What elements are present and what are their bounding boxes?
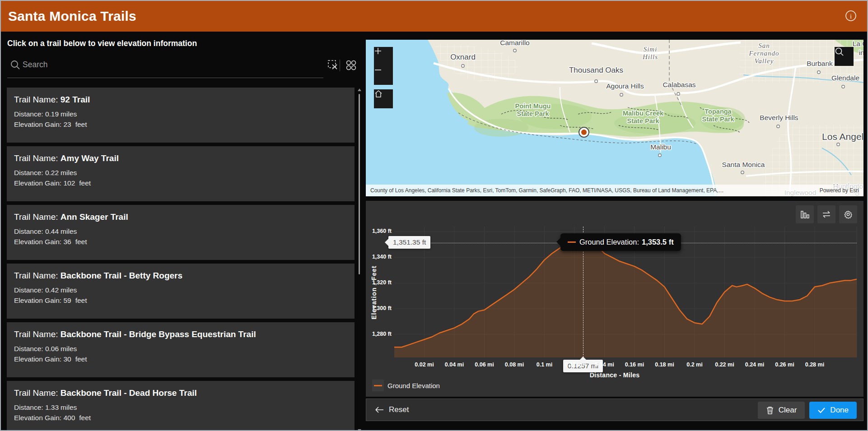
map-label: Calabasas <box>663 81 695 88</box>
map-view[interactable]: CamarilloOxnardThousand OaksSimiHillsAgo… <box>366 40 863 196</box>
trail-distance: Distance: 0.42miles <box>14 286 77 294</box>
map-label: TopangaState Park <box>702 108 735 123</box>
x-tick-label: 0.1 mi <box>537 361 552 368</box>
info-button[interactable]: i <box>841 6 861 26</box>
clear-button[interactable]: Clear <box>758 402 805 419</box>
x-tick-label: 0.14 mi <box>595 361 614 368</box>
map-search-button[interactable] <box>835 47 854 66</box>
trail-distance: Distance: 0.06miles <box>14 345 77 353</box>
home-button[interactable] <box>374 89 393 108</box>
elevation-profile-panel: Elevation - Feet Distance - Miles 1,351.… <box>366 201 863 397</box>
map-label: Burbank <box>807 60 833 67</box>
legend-dash-icon <box>374 385 382 386</box>
gain-value: 102 <box>63 179 75 187</box>
footer-actions: Clear Done <box>758 402 857 419</box>
map-marker <box>579 127 589 137</box>
trail-sidebar: Click on a trail below to view elevation… <box>1 32 365 431</box>
y-axis-title: Elevation - Feet <box>370 256 378 329</box>
gain-unit: feet <box>75 297 87 304</box>
gain-label: Elevation Gain: <box>14 355 61 363</box>
trail-distance: Distance: 0.19miles <box>14 110 77 118</box>
trail-card[interactable]: Trail Name: Amy Way TrailDistance: 0.22m… <box>7 146 355 201</box>
trash-icon <box>766 406 774 415</box>
scrollbar-thumb[interactable] <box>359 94 360 274</box>
trail-name: Backbone Trail - Dead Horse Trail <box>61 388 197 398</box>
gear-icon <box>843 209 853 219</box>
chart-type-button[interactable] <box>796 205 814 223</box>
distance-unit: miles <box>61 110 77 118</box>
city-dot <box>842 85 845 88</box>
distance-value: 0.06 <box>45 345 59 352</box>
reset-button[interactable]: Reset <box>374 405 409 414</box>
bar-chart-icon <box>800 209 810 219</box>
gain-value: 59 <box>63 297 71 304</box>
search-underline <box>7 78 323 78</box>
legend-swatch <box>372 380 384 391</box>
gain-unit: feet <box>75 120 87 128</box>
search-input[interactable] <box>23 56 316 73</box>
tooltip-value: 1,353.5 ft <box>642 238 674 246</box>
city-dot <box>777 125 779 128</box>
trail-elevation-gain: Elevation Gain: 23feet <box>14 120 87 129</box>
done-label: Done <box>830 406 849 415</box>
trail-name: Amy Way Trail <box>61 153 119 163</box>
trail-card[interactable]: Trail Name: 92 TrailDistance: 0.19milesE… <box>7 88 355 143</box>
zoom-in-button[interactable] <box>374 47 393 66</box>
distance-label: Distance: <box>14 110 43 118</box>
search-row <box>1 52 365 79</box>
trail-card[interactable]: Trail Name: Ann Skager TrailDistance: 0.… <box>7 205 355 260</box>
trail-title: Trail Name: Backbone Trail - Bridge Bypa… <box>14 329 256 339</box>
map-label: int <box>859 49 863 56</box>
city-dot <box>620 93 623 96</box>
city-dot <box>595 80 597 83</box>
search-icon <box>10 60 21 72</box>
elevation-area <box>394 240 857 357</box>
trail-name: 92 Trail <box>61 95 90 104</box>
gain-value: 30 <box>63 355 71 363</box>
home-icon <box>374 89 383 98</box>
distance-label: Distance: <box>14 169 43 176</box>
y-tick-label: 1,300 ft <box>368 305 392 311</box>
map-label: Glendale <box>831 74 859 82</box>
grid-view-button[interactable] <box>343 58 359 73</box>
minus-icon <box>374 66 382 74</box>
trail-card[interactable]: Trail Name: Backbone Trail - Dead Horse … <box>7 381 355 431</box>
city-dot <box>837 143 840 146</box>
scroll-down-arrow-icon[interactable] <box>358 429 361 431</box>
trail-distance: Distance: 0.22miles <box>14 169 77 177</box>
y-value-tooltip: 1,351.35 ft <box>388 236 430 249</box>
flip-axes-button[interactable] <box>817 205 835 223</box>
elevation-tooltip: Ground Elevation: 1,353.5 ft <box>560 233 681 251</box>
gain-label: Elevation Gain: <box>14 120 61 128</box>
map-attribution: County of Los Angeles, California State … <box>366 185 863 196</box>
trail-card[interactable]: Trail Name: Backbone Trail - Bridge Bypa… <box>7 322 355 377</box>
series-dash-icon <box>568 241 576 243</box>
city-dot <box>462 65 464 67</box>
gain-label: Elevation Gain: <box>14 297 61 304</box>
city-dot <box>658 154 661 157</box>
x-tick-label: 0.18 mi <box>655 361 674 368</box>
trail-distance: Distance: 1.33miles <box>14 403 77 412</box>
distance-value: 0.22 <box>45 169 59 176</box>
grid-icon <box>345 59 357 73</box>
trail-name: Ann Skager Trail <box>61 212 128 222</box>
sidebar-scrollbar[interactable] <box>357 88 362 431</box>
distance-unit: miles <box>61 227 77 235</box>
settings-button[interactable] <box>839 205 857 223</box>
map-label: Point MuguState Park <box>515 102 551 117</box>
chart-legend[interactable]: Ground Elevation <box>372 380 440 391</box>
map-label: Oxnard <box>450 53 476 61</box>
gain-value: 36 <box>63 238 71 246</box>
done-button[interactable]: Done <box>809 402 857 419</box>
deselect-button[interactable] <box>325 58 341 73</box>
trail-name: Backbone Trail - Bridge Bypass Equestria… <box>61 329 256 339</box>
map-label: Beverly Hills <box>760 114 798 121</box>
zoom-out-button[interactable] <box>374 66 393 85</box>
trail-title: Trail Name: Ann Skager Trail <box>14 212 128 222</box>
footer-bar: Reset Clear Done <box>366 399 863 421</box>
map-label: Los Angele <box>822 131 863 142</box>
scroll-up-arrow-icon[interactable] <box>358 88 361 91</box>
trail-card[interactable]: Trail Name: Backbone Trail - Betty Roger… <box>7 264 355 319</box>
gain-unit: feet <box>79 414 91 422</box>
icon-divider <box>340 60 340 71</box>
